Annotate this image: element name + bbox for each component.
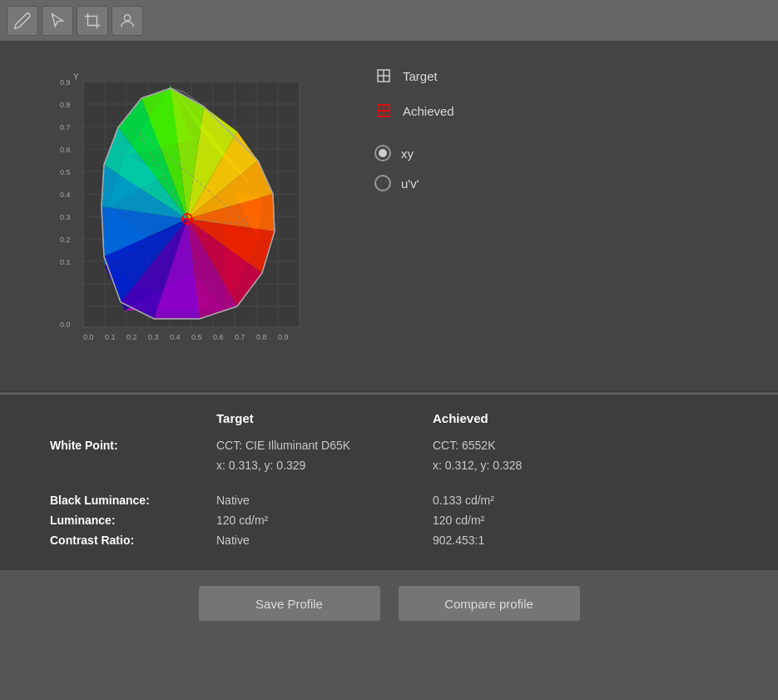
svg-text:0.4: 0.4 xyxy=(60,191,71,199)
black-luminance-label: Black Luminance: xyxy=(50,494,216,507)
contrast-ratio-label: Contrast Ratio: xyxy=(50,534,216,547)
svg-text:0.2: 0.2 xyxy=(60,236,71,244)
svg-text:0.1: 0.1 xyxy=(105,333,116,341)
target-label: Target xyxy=(403,69,438,83)
svg-text:0.9: 0.9 xyxy=(278,333,289,341)
svg-text:0.6: 0.6 xyxy=(213,333,224,341)
svg-text:0.7: 0.7 xyxy=(60,123,71,132)
data-area: Target Achieved White Point: CCT: CIE Il… xyxy=(0,395,778,570)
chart-area: 0.0 0.1 0.2 0.3 0.4 0.5 0.6 0.7 0.8 0.9 … xyxy=(0,42,778,391)
svg-text:0.5: 0.5 xyxy=(60,168,71,176)
coordinate-radio-group: xy u'v' xyxy=(374,145,753,191)
achieved-label: Achieved xyxy=(403,104,454,118)
profile-tool-button[interactable] xyxy=(111,6,143,36)
white-point-row: White Point: CCT: CIE Illuminant D65K CC… xyxy=(50,439,745,452)
button-area: Save Profile Compare profile xyxy=(0,570,778,637)
luminance-row: Luminance: 120 cd/m² 120 cd/m² xyxy=(50,514,745,527)
target-icon xyxy=(374,67,393,85)
white-point-xy-row: x: 0.313, y: 0.329 x: 0.312, y: 0.328 xyxy=(50,459,745,472)
svg-text:0.0: 0.0 xyxy=(60,320,71,329)
luminance-achieved: 120 cd/m² xyxy=(433,514,484,527)
white-point-achieved: CCT: 6552K xyxy=(433,439,495,452)
uv-radio-circle xyxy=(374,175,391,191)
chart-legend: Target Achieved xy u'v' xyxy=(341,58,753,191)
svg-text:0.0: 0.0 xyxy=(83,333,94,341)
pen-tool-button[interactable] xyxy=(7,6,38,36)
svg-text:0.3: 0.3 xyxy=(148,333,159,341)
white-point-xy-label-empty xyxy=(50,459,216,472)
luminance-label: Luminance: xyxy=(50,514,216,527)
xy-radio-label: xy xyxy=(401,146,414,161)
svg-text:0.1: 0.1 xyxy=(60,258,71,266)
contrast-ratio-target: Native xyxy=(216,534,433,547)
toolbar xyxy=(0,0,778,42)
contrast-ratio-row: Contrast Ratio: Native 902.453:1 xyxy=(50,534,745,547)
uv-radio-label: u'v' xyxy=(401,176,419,191)
spacer-row-1 xyxy=(50,479,745,487)
svg-text:0.5: 0.5 xyxy=(191,333,202,341)
achieved-icon xyxy=(374,102,393,120)
header-target: Target xyxy=(216,411,433,425)
svg-text:0.8: 0.8 xyxy=(256,333,267,341)
achieved-legend-item: Achieved xyxy=(374,102,753,120)
white-point-xy-achieved: x: 0.312, y: 0.328 xyxy=(433,459,522,472)
black-luminance-row: Black Luminance: Native 0.133 cd/m² xyxy=(50,494,745,507)
svg-point-0 xyxy=(124,14,130,20)
contrast-ratio-achieved: 902.453:1 xyxy=(433,534,484,547)
black-luminance-achieved: 0.133 cd/m² xyxy=(433,494,494,507)
cie-diagram-container: 0.0 0.1 0.2 0.3 0.4 0.5 0.6 0.7 0.8 0.9 … xyxy=(58,73,316,360)
svg-text:0.2: 0.2 xyxy=(126,333,137,341)
svg-text:0.6: 0.6 xyxy=(60,146,71,154)
uv-radio[interactable]: u'v' xyxy=(374,175,753,191)
svg-text:0.7: 0.7 xyxy=(235,333,245,341)
svg-text:0.8: 0.8 xyxy=(60,101,71,109)
svg-text:Y: Y xyxy=(73,73,79,82)
save-profile-button[interactable]: Save Profile xyxy=(198,585,381,622)
white-point-target: CCT: CIE Illuminant D65K xyxy=(216,439,433,452)
cursor-tool-button[interactable] xyxy=(42,6,73,36)
compare-profile-button[interactable]: Compare profile xyxy=(398,585,581,622)
cie-diagram: 0.0 0.1 0.2 0.3 0.4 0.5 0.6 0.7 0.8 0.9 … xyxy=(58,73,316,356)
target-legend-item: Target xyxy=(374,67,753,85)
xy-radio-circle xyxy=(374,145,391,161)
svg-text:0.3: 0.3 xyxy=(60,213,71,221)
svg-text:0.4: 0.4 xyxy=(170,333,181,341)
data-table-header: Target Achieved xyxy=(50,411,745,425)
header-achieved: Achieved xyxy=(433,411,488,425)
crop-tool-button[interactable] xyxy=(77,6,108,36)
xy-radio[interactable]: xy xyxy=(374,145,753,161)
black-luminance-target: Native xyxy=(216,494,433,507)
white-point-label: White Point: xyxy=(50,439,216,452)
white-point-xy-target: x: 0.313, y: 0.329 xyxy=(216,459,433,472)
svg-text:0.9: 0.9 xyxy=(60,78,71,87)
luminance-target: 120 cd/m² xyxy=(216,514,433,527)
